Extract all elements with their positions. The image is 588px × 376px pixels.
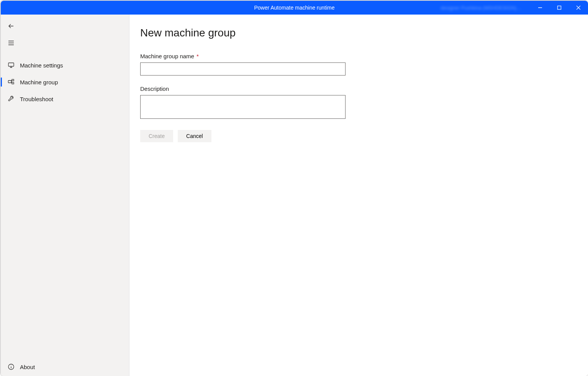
machine-group-name-input[interactable]	[140, 62, 346, 76]
description-input[interactable]	[140, 95, 346, 119]
button-row: Create Cancel	[140, 130, 577, 142]
field-description: Description	[140, 85, 346, 120]
info-icon	[8, 363, 15, 370]
window-close-button[interactable]	[569, 1, 588, 15]
workspace: Machine settings Machine group Troublesh…	[1, 15, 588, 376]
sidebar-item-machine-group[interactable]: Machine group	[1, 74, 129, 90]
name-label-text: Machine group name	[140, 53, 194, 59]
svg-rect-11	[8, 80, 11, 83]
cancel-button[interactable]: Cancel	[178, 130, 211, 142]
window-maximize-button[interactable]	[550, 1, 569, 15]
back-button[interactable]	[1, 18, 129, 34]
create-button[interactable]: Create	[140, 130, 173, 142]
minimize-icon	[538, 5, 542, 10]
main-content: New machine group Machine group name * D…	[129, 15, 588, 376]
titlebar: Power Automate machine runtime designer …	[1, 1, 588, 15]
monitor-icon	[8, 62, 15, 69]
sidebar-about[interactable]: About	[1, 358, 129, 376]
name-label: Machine group name *	[140, 53, 346, 59]
window-controls	[531, 1, 588, 15]
maximize-icon	[557, 5, 562, 10]
sidebar-item-label: Troubleshoot	[20, 96, 53, 102]
machine-group-icon	[8, 79, 15, 85]
page-title: New machine group	[140, 27, 577, 39]
nav-spacer	[1, 107, 129, 358]
svg-rect-12	[12, 79, 14, 81]
required-asterisk: *	[197, 53, 199, 59]
sidebar-item-label: Machine group	[20, 79, 58, 85]
signed-in-user[interactable]: designer Pushkina (MSHDESIGN)…	[441, 5, 521, 11]
svg-line-14	[11, 80, 12, 82]
window-minimize-button[interactable]	[531, 1, 550, 15]
svg-rect-13	[12, 82, 14, 84]
titlebar-right: designer Pushkina (MSHDESIGN)…	[441, 1, 588, 15]
sidebar: Machine settings Machine group Troublesh…	[1, 15, 129, 376]
sidebar-item-machine-settings[interactable]: Machine settings	[1, 57, 129, 74]
wrench-icon	[8, 95, 15, 102]
svg-rect-1	[558, 6, 561, 10]
hamburger-icon	[8, 39, 15, 46]
field-machine-group-name: Machine group name *	[140, 53, 346, 76]
svg-rect-8	[8, 63, 14, 66]
sidebar-about-label: About	[20, 364, 35, 370]
sidebar-item-troubleshoot[interactable]: Troubleshoot	[1, 90, 129, 107]
sidebar-item-label: Machine settings	[20, 62, 63, 69]
close-icon	[576, 5, 581, 10]
desc-label: Description	[140, 85, 346, 92]
svg-line-15	[11, 82, 12, 83]
hamburger-button[interactable]	[1, 34, 129, 51]
nav-gap	[1, 51, 129, 57]
back-arrow-icon	[8, 23, 15, 30]
